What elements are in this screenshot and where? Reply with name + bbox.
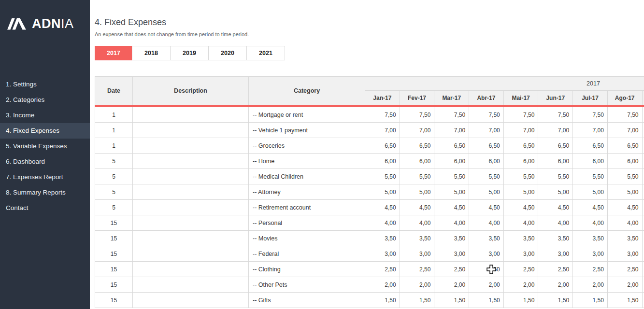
date-cell[interactable]: 15 (95, 246, 133, 261)
category-cell[interactable]: -- Gifts (249, 293, 365, 308)
value-cell[interactable]: 7,00 (573, 123, 608, 138)
value-cell[interactable]: 3,50 (573, 231, 608, 246)
value-cell[interactable]: 7,50 (538, 107, 573, 122)
sidebar-item-dashboard[interactable]: 6. Dashboard (0, 154, 90, 169)
date-cell[interactable]: 5 (95, 200, 133, 215)
value-cell[interactable]: 3,00 (608, 246, 643, 261)
value-cell[interactable]: 5,50 (608, 169, 643, 184)
tab-2019[interactable]: 2019 (170, 46, 209, 60)
value-cell[interactable]: 6,00 (504, 154, 539, 169)
value-cell[interactable]: 5,00 (573, 184, 608, 199)
value-cell[interactable]: 4,50 (573, 200, 608, 215)
value-cell[interactable]: 5,50 (538, 169, 573, 184)
value-cell[interactable]: 6,00 (573, 154, 608, 169)
category-cell[interactable]: -- Personal (249, 215, 365, 230)
value-cell[interactable]: 2,00 (469, 277, 504, 292)
value-cell[interactable]: 4,00 (365, 215, 400, 230)
description-cell[interactable] (133, 138, 249, 153)
value-cell[interactable]: 2,00 (365, 277, 400, 292)
date-cell[interactable]: 15 (95, 231, 133, 246)
value-cell[interactable]: 7,50 (573, 107, 608, 122)
value-cell[interactable]: 7,00 (608, 123, 643, 138)
date-cell[interactable]: 5 (95, 184, 133, 199)
category-cell[interactable]: -- Groceries (249, 138, 365, 153)
value-cell[interactable]: 4,00 (573, 215, 608, 230)
value-cell[interactable]: 7,50 (400, 107, 435, 122)
value-cell[interactable]: 6,50 (608, 138, 643, 153)
value-cell[interactable]: 6,00 (365, 154, 400, 169)
value-cell[interactable]: 2,50 (573, 262, 608, 277)
category-cell[interactable]: -- Clothing (249, 262, 365, 277)
value-cell[interactable]: 2,50 (400, 262, 435, 277)
value-cell[interactable]: 2,50 (434, 262, 469, 277)
value-cell[interactable]: 5,00 (504, 184, 539, 199)
description-cell[interactable] (133, 154, 249, 169)
value-cell[interactable]: 7,00 (538, 123, 573, 138)
date-cell[interactable]: 5 (95, 169, 133, 184)
value-cell[interactable]: 2,00 (504, 277, 539, 292)
value-cell[interactable]: 3,50 (469, 231, 504, 246)
value-cell[interactable]: 5,50 (469, 169, 504, 184)
category-cell[interactable]: -- Vehicle 1 payment (249, 123, 365, 138)
value-cell[interactable]: 6,50 (400, 138, 435, 153)
value-cell[interactable]: 4,00 (538, 215, 573, 230)
value-cell[interactable]: 4,00 (608, 215, 643, 230)
sidebar-item-fixed-expenses[interactable]: 4. Fixed Expenses (0, 123, 90, 139)
date-cell[interactable]: 15 (95, 293, 133, 308)
value-cell[interactable]: 3,00 (504, 246, 539, 261)
value-cell[interactable]: 6,00 (434, 154, 469, 169)
value-cell[interactable]: 1,50 (573, 293, 608, 308)
description-cell[interactable] (133, 215, 249, 230)
value-cell[interactable]: 7,50 (434, 107, 469, 122)
description-cell[interactable] (133, 107, 249, 122)
value-cell[interactable]: 7,50 (608, 107, 643, 122)
value-cell[interactable]: 4,00 (469, 215, 504, 230)
category-cell[interactable]: -- Attorney (249, 184, 365, 199)
value-cell[interactable]: 5,00 (538, 184, 573, 199)
value-cell[interactable]: 1,50 (365, 293, 400, 308)
value-cell[interactable]: 7,50 (469, 107, 504, 122)
value-cell[interactable]: 6,50 (573, 138, 608, 153)
value-cell[interactable]: 4,50 (469, 200, 504, 215)
value-cell[interactable]: 6,00 (469, 154, 504, 169)
date-cell[interactable]: 1 (95, 138, 133, 153)
value-cell[interactable]: 5,50 (365, 169, 400, 184)
category-cell[interactable]: -- Retirement account (249, 200, 365, 215)
category-cell[interactable]: -- Home (249, 154, 365, 169)
value-cell[interactable]: 3,00 (365, 246, 400, 261)
description-cell[interactable] (133, 246, 249, 261)
value-cell[interactable]: 2,00 (608, 277, 643, 292)
value-cell[interactable]: 5,50 (434, 169, 469, 184)
value-cell[interactable]: 4,50 (434, 200, 469, 215)
value-cell[interactable]: 3,50 (365, 231, 400, 246)
value-cell[interactable]: 1,50 (538, 293, 573, 308)
description-cell[interactable] (133, 293, 249, 308)
value-cell[interactable]: 3,50 (504, 231, 539, 246)
sidebar-item-contact[interactable]: Contact (0, 200, 90, 216)
value-cell[interactable]: 6,00 (538, 154, 573, 169)
value-cell[interactable]: 4,50 (608, 200, 643, 215)
value-cell[interactable]: 2,00 (434, 277, 469, 292)
value-cell[interactable]: 5,00 (400, 184, 435, 199)
value-cell[interactable]: 5,00 (608, 184, 643, 199)
description-cell[interactable] (133, 262, 249, 277)
value-cell[interactable]: 4,50 (538, 200, 573, 215)
value-cell[interactable]: 2,00 (573, 277, 608, 292)
value-cell[interactable]: 4,50 (400, 200, 435, 215)
value-cell[interactable]: 2,50 (469, 262, 504, 277)
value-cell[interactable]: 3,00 (573, 246, 608, 261)
value-cell[interactable]: 6,50 (365, 138, 400, 153)
value-cell[interactable]: 6,50 (434, 138, 469, 153)
value-cell[interactable]: 5,50 (400, 169, 435, 184)
value-cell[interactable]: 2,00 (538, 277, 573, 292)
value-cell[interactable]: 2,50 (504, 262, 539, 277)
date-cell[interactable]: 5 (95, 154, 133, 169)
value-cell[interactable]: 1,50 (504, 293, 539, 308)
value-cell[interactable]: 7,00 (400, 123, 435, 138)
value-cell[interactable]: 3,00 (434, 246, 469, 261)
sidebar-item-income[interactable]: 3. Income (0, 108, 90, 123)
date-cell[interactable]: 15 (95, 262, 133, 277)
value-cell[interactable]: 2,00 (400, 277, 435, 292)
value-cell[interactable]: 7,00 (434, 123, 469, 138)
value-cell[interactable]: 3,50 (400, 231, 435, 246)
